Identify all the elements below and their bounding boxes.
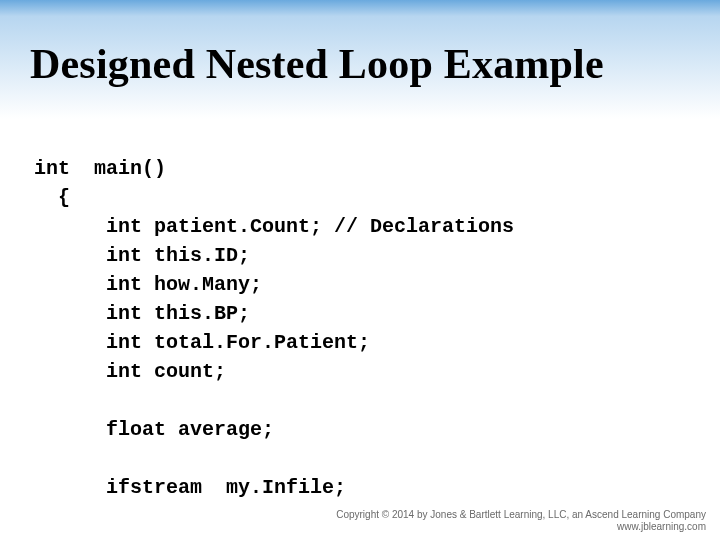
copyright-text: Copyright © 2014 by Jones & Bartlett Lea… bbox=[336, 509, 706, 521]
code-block: int main() { int patient.Count; // Decla… bbox=[34, 154, 514, 502]
footer-url: www.jblearning.com bbox=[336, 521, 706, 532]
slide-title: Designed Nested Loop Example bbox=[30, 40, 690, 88]
footer: Copyright © 2014 by Jones & Bartlett Lea… bbox=[336, 509, 706, 532]
slide: Designed Nested Loop Example int main() … bbox=[0, 0, 720, 540]
